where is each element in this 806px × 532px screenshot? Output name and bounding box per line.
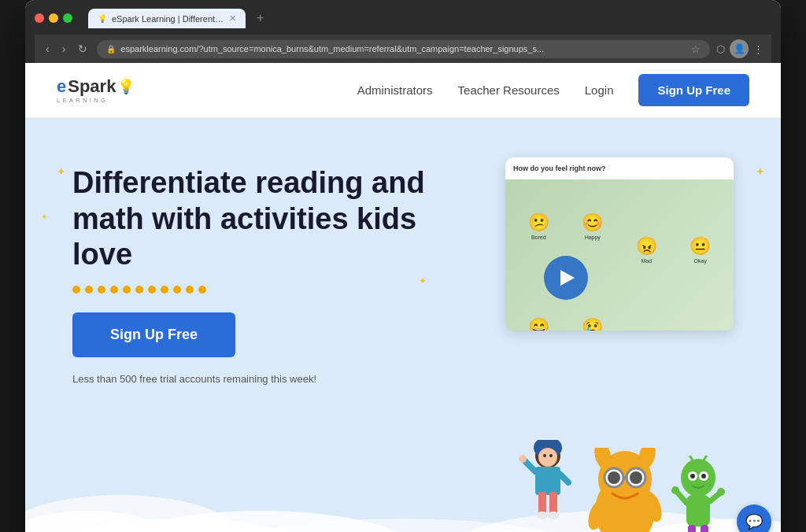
tab-bar: 💡 eSpark Learning | Differentiate... ✕ + <box>88 8 270 28</box>
back-button[interactable]: ‹ <box>43 41 53 57</box>
svg-point-47 <box>671 486 679 494</box>
site-nav: eSpark💡 LEARNING Administrators Teacher … <box>25 63 781 118</box>
reload-button[interactable]: ↻ <box>75 41 91 57</box>
sparkle-icon-2: ✦ <box>41 212 47 221</box>
video-title-text: How do you feel right now? <box>513 164 606 172</box>
dot-5 <box>123 286 131 294</box>
svg-point-16 <box>536 512 549 519</box>
logo: eSpark💡 LEARNING <box>57 76 135 104</box>
sparkle-icon-4: ✦ <box>756 165 765 178</box>
toolbar-icons: ⬡ 👤 ⋮ <box>716 39 763 58</box>
svg-rect-50 <box>688 525 696 532</box>
hero-section: ✦ ✦ ✦ ✦ Differentiate reading and math w… <box>25 118 781 385</box>
emoji-grid: 😕 Bored 😊 Happy � <box>505 183 734 331</box>
new-tab-button[interactable]: + <box>250 8 270 28</box>
user-avatar[interactable]: 👤 <box>730 39 749 58</box>
logo-bulb-icon: 💡 <box>117 78 135 95</box>
dot-11 <box>198 286 206 294</box>
svg-point-17 <box>547 512 560 519</box>
svg-point-19 <box>519 455 527 463</box>
svg-point-37 <box>681 459 715 497</box>
svg-rect-51 <box>701 525 708 532</box>
profile-icon[interactable]: 👤 <box>730 39 749 58</box>
browser-chrome: 💡 eSpark Learning | Differentiate... ✕ +… <box>25 0 781 63</box>
minimize-button[interactable] <box>49 13 58 23</box>
urgency-text: Less than 500 free trial accounts remain… <box>72 373 434 385</box>
nav-teacher-resources[interactable]: Teacher Resources <box>458 83 560 97</box>
dot-8 <box>161 286 168 294</box>
svg-rect-13 <box>535 467 560 495</box>
nav-links: Administrators Teacher Resources Login S… <box>357 74 749 106</box>
svg-point-11 <box>543 454 546 457</box>
emoji-okay: 😐 Okay <box>677 236 725 264</box>
dot-9 <box>173 286 181 294</box>
video-thumbnail[interactable]: How do you feel right now? 😕 Bored 😊 Hap… <box>505 157 734 331</box>
website-content: eSpark💡 LEARNING Administrators Teacher … <box>25 63 781 532</box>
okay-icon: 😐 <box>690 236 711 257</box>
svg-rect-36 <box>686 495 710 526</box>
logo-e: e <box>57 76 66 97</box>
video-title-bar: How do you feel right now? <box>505 157 734 179</box>
svg-point-49 <box>717 488 725 496</box>
okay-label: Okay <box>694 258 707 264</box>
chat-icon: 💬 <box>745 513 763 530</box>
sparkle-icon-1: ✦ <box>57 165 66 178</box>
menu-icon[interactable]: ⋮ <box>753 43 763 55</box>
svg-point-27 <box>608 471 620 484</box>
monster-character <box>586 448 664 532</box>
browser-titlebar: 💡 eSpark Learning | Differentiate... ✕ + <box>35 8 771 28</box>
play-triangle-icon <box>560 270 575 286</box>
nav-administrators[interactable]: Administrators <box>357 83 433 97</box>
svg-point-28 <box>630 471 642 484</box>
fullscreen-button[interactable] <box>63 13 72 23</box>
mad-icon: 😠 <box>636 236 657 257</box>
svg-line-48 <box>710 493 719 501</box>
dot-4 <box>110 286 118 294</box>
dot-6 <box>135 286 143 294</box>
forward-button[interactable]: › <box>59 41 69 57</box>
address-bar[interactable]: 🔒 esparklearning.com/?utm_source=monica_… <box>97 40 710 58</box>
logo-sub: LEARNING <box>57 97 135 104</box>
dot-1 <box>72 286 80 294</box>
svg-line-38 <box>688 456 693 460</box>
tab-favicon-icon: 💡 <box>98 14 107 23</box>
emoji-play-center[interactable] <box>515 211 616 331</box>
bookmark-icon[interactable]: ☆ <box>691 43 701 55</box>
dot-2 <box>85 286 93 294</box>
dot-10 <box>186 286 194 294</box>
video-inner: How do you feel right now? 😕 Bored 😊 Hap… <box>505 157 734 331</box>
logo-spark: Spark <box>68 76 116 97</box>
nav-signup-button[interactable]: Sign Up Free <box>638 74 749 106</box>
svg-point-12 <box>549 454 553 457</box>
svg-line-20 <box>560 475 568 482</box>
url-text: esparklearning.com/?utm_source=monica_bu… <box>120 44 686 54</box>
close-button[interactable] <box>35 13 44 23</box>
svg-line-46 <box>677 492 686 503</box>
dot-7 <box>148 286 156 294</box>
traffic-lights <box>35 13 72 23</box>
hero-title: Differentiate reading and math with acti… <box>72 165 434 273</box>
svg-point-45 <box>701 474 706 478</box>
alien-character <box>671 456 726 532</box>
browser-toolbar: ‹ › ↻ 🔒 esparklearning.com/?utm_source=m… <box>35 35 771 63</box>
browser-window: 💡 eSpark Learning | Differentiate... ✕ +… <box>25 0 781 532</box>
nav-login[interactable]: Login <box>585 83 614 97</box>
hero-content: Differentiate reading and math with acti… <box>72 157 434 385</box>
characters-group <box>516 440 726 532</box>
hero-signup-button[interactable]: Sign Up Free <box>72 312 235 357</box>
girl-character <box>516 440 579 532</box>
svg-point-44 <box>690 474 695 478</box>
sparkle-icon-3: ✦ <box>419 275 427 286</box>
active-tab[interactable]: 💡 eSpark Learning | Differentiate... ✕ <box>88 9 246 28</box>
video-play-button[interactable] <box>544 256 588 300</box>
mad-label: Mad <box>641 258 652 264</box>
tab-title: eSpark Learning | Differentiate... <box>112 14 224 24</box>
extensions-icon[interactable]: ⬡ <box>716 43 725 55</box>
emoji-mad: 😠 Mad <box>623 236 671 264</box>
tab-close-icon[interactable]: ✕ <box>229 13 236 24</box>
dots-decoration <box>72 286 434 294</box>
bottom-section: 💬 <box>25 401 781 532</box>
dot-3 <box>98 286 105 294</box>
svg-line-40 <box>704 456 708 460</box>
svg-line-18 <box>524 460 535 471</box>
